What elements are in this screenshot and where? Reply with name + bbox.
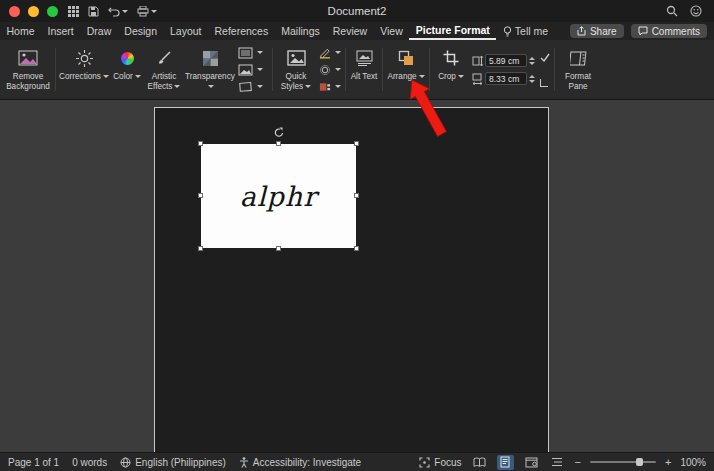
zoom-percentage[interactable]: 100% (680, 457, 706, 468)
save-icon[interactable] (88, 6, 99, 17)
resize-handle-n[interactable] (276, 141, 281, 146)
resize-handle-sw[interactable] (198, 246, 203, 251)
comments-button[interactable]: Comments (631, 24, 707, 38)
quick-styles-button[interactable]: Quick Styles (275, 40, 317, 99)
picture-layout-button[interactable] (319, 80, 341, 94)
read-mode-button[interactable] (471, 455, 488, 470)
picture-style-gallery (236, 40, 270, 99)
crop-icon (443, 47, 459, 69)
language-selector[interactable]: English (Philippines) (120, 457, 226, 468)
height-stepper[interactable] (529, 57, 535, 65)
shape-height-field[interactable]: 5.89 cm (485, 54, 527, 67)
page-count[interactable]: Page 1 of 1 (8, 457, 59, 468)
share-icon (577, 26, 586, 36)
annotation-arrow-to-crop (398, 76, 452, 140)
print-icon[interactable] (137, 6, 157, 17)
arrange-icon (398, 47, 414, 69)
tab-references[interactable]: References (208, 22, 275, 40)
chevron-down-icon (305, 85, 311, 88)
alt-text-icon (356, 47, 373, 69)
chevron-down-icon (103, 75, 109, 78)
resize-handle-w[interactable] (198, 193, 203, 198)
globe-icon (120, 457, 131, 468)
document-canvas: alphr (0, 100, 714, 452)
fullscreen-button[interactable] (47, 6, 58, 17)
resize-handle-e[interactable] (354, 193, 359, 198)
artistic-effects-icon (156, 47, 172, 69)
traffic-lights (0, 6, 68, 17)
resize-handle-ne[interactable] (354, 141, 359, 146)
outline-view-button[interactable] (549, 455, 566, 470)
feedback-smiley-icon[interactable] (690, 5, 702, 17)
lock-aspect-ratio-check-icon[interactable] (540, 53, 550, 62)
format-pane-icon (570, 47, 587, 69)
picture-format-small-buttons (317, 40, 343, 99)
tab-layout[interactable]: Layout (163, 22, 208, 40)
transparency-icon (203, 47, 218, 69)
zoom-in-button[interactable]: + (665, 456, 671, 468)
document-page[interactable]: alphr (154, 107, 549, 452)
color-button[interactable]: Color (110, 40, 144, 99)
chevron-down-icon (257, 85, 263, 88)
tab-insert[interactable]: Insert (41, 22, 80, 40)
rotate-handle[interactable] (273, 127, 284, 138)
picture-effects-button[interactable] (319, 63, 341, 77)
size-group: 5.89 cm 8.33 cm (470, 40, 552, 99)
tab-review[interactable]: Review (326, 22, 373, 40)
zoom-slider[interactable] (590, 461, 656, 463)
word-count[interactable]: 0 words (72, 457, 107, 468)
zoom-out-button[interactable]: − (575, 456, 581, 468)
share-button[interactable]: Share (570, 24, 624, 38)
chevron-down-icon (135, 75, 141, 78)
comment-icon (638, 26, 648, 36)
chevron-down-icon (335, 68, 341, 71)
reset-size-icon[interactable] (540, 79, 548, 87)
tab-draw[interactable]: Draw (80, 22, 118, 40)
picture-style-preset-2[interactable] (238, 63, 268, 77)
picture-style-preset-1[interactable] (238, 46, 268, 60)
shape-width-icon (472, 73, 483, 85)
zoom-slider-thumb[interactable] (636, 458, 643, 466)
search-icon[interactable] (666, 5, 678, 17)
chevron-down-icon (208, 85, 214, 88)
app-grid-icon[interactable] (68, 6, 79, 17)
color-icon (121, 47, 134, 69)
format-pane-button[interactable]: Format Pane (557, 40, 599, 99)
close-button[interactable] (9, 6, 20, 17)
width-stepper[interactable] (529, 75, 535, 83)
tab-tell-me[interactable]: Tell me (496, 22, 554, 40)
picture-border-button[interactable] (319, 46, 341, 60)
alt-text-button[interactable]: Alt Text (348, 40, 380, 99)
tab-home[interactable]: Home (0, 22, 41, 40)
corrections-icon (76, 47, 93, 69)
tab-design[interactable]: Design (118, 22, 164, 40)
remove-background-icon (18, 47, 38, 69)
web-layout-button[interactable] (523, 455, 540, 470)
selected-picture[interactable]: alphr (201, 144, 356, 248)
resize-handle-s[interactable] (276, 246, 281, 251)
shape-width-field[interactable]: 8.33 cm (485, 72, 527, 85)
accessibility-icon (239, 457, 249, 468)
shape-height-icon (472, 55, 483, 67)
lightbulb-icon (503, 26, 512, 37)
undo-icon[interactable] (108, 6, 128, 17)
focus-icon (419, 457, 430, 468)
chevron-down-icon (257, 51, 263, 54)
tab-picture-format[interactable]: Picture Format (409, 22, 496, 40)
tab-view[interactable]: View (374, 22, 410, 40)
picture-logo-text: alphr (240, 181, 317, 212)
accessibility-status[interactable]: Accessibility: Investigate (239, 457, 361, 468)
status-bar: Page 1 of 1 0 words English (Philippines… (0, 452, 714, 471)
focus-toggle[interactable]: Focus (419, 457, 461, 468)
quick-styles-icon (287, 47, 306, 69)
resize-handle-nw[interactable] (198, 141, 203, 146)
corrections-button[interactable]: Corrections (58, 40, 110, 99)
minimize-button[interactable] (28, 6, 39, 17)
picture-style-preset-3[interactable] (238, 80, 268, 94)
tab-mailings[interactable]: Mailings (275, 22, 327, 40)
resize-handle-se[interactable] (354, 246, 359, 251)
artistic-effects-button[interactable]: Artistic Effects (144, 40, 184, 99)
print-layout-button[interactable] (497, 455, 514, 470)
transparency-button[interactable]: Transparency (184, 40, 236, 99)
remove-background-button[interactable]: Remove Background (3, 40, 53, 99)
